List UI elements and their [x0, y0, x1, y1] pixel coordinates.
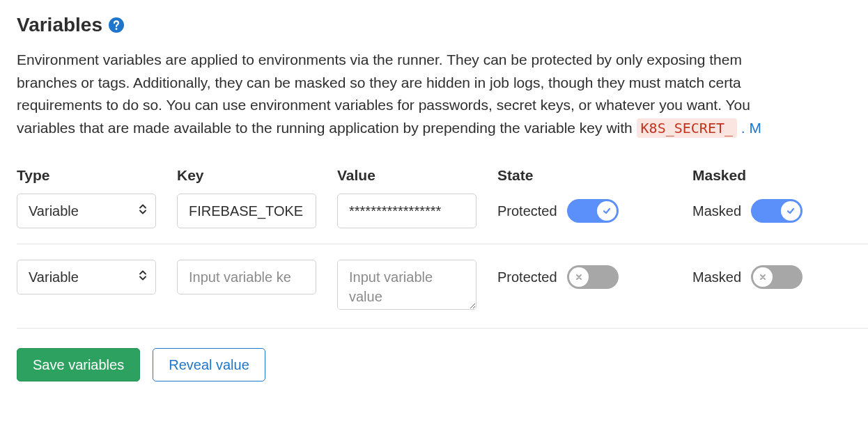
close-icon	[759, 273, 767, 281]
column-header-state: State	[497, 167, 692, 184]
key-input[interactable]	[177, 194, 316, 228]
description-text: requirements to do so. You can use envir…	[17, 97, 750, 113]
close-icon	[575, 273, 583, 281]
type-select[interactable]: Variable	[17, 194, 156, 228]
chevron-up-down-icon	[139, 269, 147, 285]
chevron-up-down-icon	[139, 203, 147, 219]
description-text: variables that are made available to the…	[17, 120, 637, 136]
key-input[interactable]	[177, 260, 316, 294]
masked-label: Masked	[692, 203, 741, 219]
masked-toggle[interactable]	[751, 265, 803, 289]
protected-toggle[interactable]	[567, 265, 619, 289]
protected-label: Protected	[497, 203, 557, 219]
column-header-value: Value	[337, 167, 497, 184]
page-title: Variables	[17, 14, 102, 36]
help-icon[interactable]	[108, 17, 125, 33]
check-icon	[602, 206, 612, 216]
type-select-value: Variable	[29, 269, 79, 285]
protected-label: Protected	[497, 269, 557, 285]
save-variables-button[interactable]: Save variables	[17, 348, 140, 381]
description-text: Environment variables are applied to env…	[17, 52, 742, 68]
masked-toggle[interactable]	[751, 199, 803, 223]
check-icon	[786, 206, 796, 216]
value-textarea[interactable]	[337, 260, 476, 310]
description-text: branches or tags. Additionally, they can…	[17, 74, 741, 90]
type-select[interactable]: Variable	[17, 260, 156, 294]
svg-point-1	[116, 28, 118, 30]
protected-toggle[interactable]	[567, 199, 619, 223]
column-header-type: Type	[17, 167, 177, 184]
reveal-value-button[interactable]: Reveal value	[153, 348, 265, 381]
type-select-value: Variable	[29, 203, 79, 219]
k8s-secret-code: K8S_SECRET_	[637, 118, 737, 138]
variable-row: Variable Protected	[17, 194, 868, 244]
column-header-key: Key	[177, 167, 337, 184]
masked-label: Masked	[692, 269, 741, 285]
variables-description: Environment variables are applied to env…	[17, 49, 868, 139]
column-header-masked: Masked	[692, 167, 847, 184]
more-info-link[interactable]: . M	[741, 120, 761, 136]
value-input[interactable]	[337, 194, 476, 228]
variable-row: Variable Protected	[17, 260, 868, 329]
